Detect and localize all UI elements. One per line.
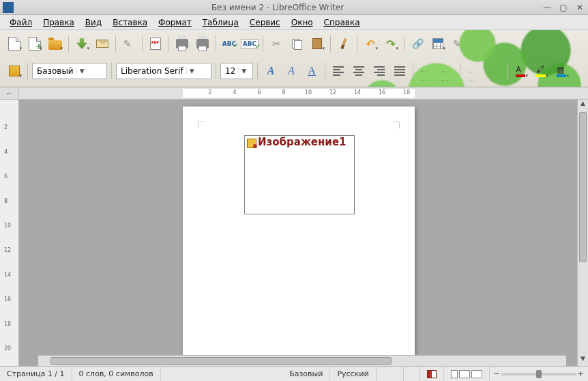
align-right-button[interactable] bbox=[370, 62, 388, 80]
status-language[interactable]: Русский bbox=[330, 367, 376, 381]
ruler-tick: 16 bbox=[379, 89, 385, 96]
status-page-style[interactable]: Базовый bbox=[282, 367, 330, 381]
edit-mode-button[interactable] bbox=[120, 35, 138, 53]
save-button[interactable] bbox=[73, 35, 91, 53]
zoom-slider[interactable] bbox=[501, 373, 576, 376]
font-color-button[interactable]: A bbox=[512, 62, 529, 80]
maximize-button[interactable]: ▢ bbox=[558, 2, 569, 13]
scrollbar-horizontal[interactable] bbox=[38, 355, 566, 366]
font-name-combo[interactable]: Liberation Serif ▼ bbox=[116, 63, 211, 79]
ruler-tick: 14 bbox=[4, 272, 11, 278]
status-wordcount[interactable]: 0 слов, 0 символов bbox=[72, 367, 161, 381]
scrollbar-thumb[interactable] bbox=[50, 357, 392, 365]
chevron-down-icon[interactable]: ▼ bbox=[186, 68, 197, 74]
indent-icon bbox=[488, 66, 499, 76]
scrollbar-vertical[interactable]: ▲ ▼ bbox=[577, 100, 588, 366]
page[interactable]: Изображение1 bbox=[183, 107, 415, 366]
menu-tools[interactable]: Сервис bbox=[244, 18, 286, 27]
margin-marker bbox=[393, 122, 400, 128]
view-multi-icon[interactable] bbox=[459, 370, 470, 378]
font-size-combo[interactable]: 12 ▼ bbox=[220, 63, 253, 79]
view-single-icon[interactable] bbox=[451, 370, 458, 378]
spellcheck-button[interactable]: ABC bbox=[220, 35, 238, 53]
status-view-layout[interactable] bbox=[444, 367, 490, 381]
styles-button[interactable] bbox=[5, 62, 23, 80]
menu-window[interactable]: Окно bbox=[286, 18, 319, 27]
ruler-tick: 18 bbox=[4, 321, 11, 327]
menu-help[interactable]: Справка bbox=[319, 18, 366, 27]
scrollbar-thumb[interactable] bbox=[579, 112, 587, 262]
auto-spellcheck-button[interactable]: ABC bbox=[241, 35, 259, 53]
highlight-button[interactable]: 🖍 bbox=[532, 62, 550, 80]
copy-button[interactable] bbox=[288, 35, 306, 53]
window-title: Без имени 2 - LibreOffice Writer bbox=[16, 3, 539, 12]
export-pdf-button[interactable] bbox=[147, 35, 164, 53]
zoom-out-button[interactable]: − bbox=[494, 369, 500, 378]
bullet-list-button[interactable] bbox=[438, 62, 456, 80]
document-canvas[interactable]: Изображение1 bbox=[19, 100, 577, 366]
paste-button[interactable] bbox=[308, 35, 326, 53]
redo-button[interactable]: ↷ bbox=[382, 35, 400, 53]
status-signature[interactable] bbox=[420, 367, 444, 381]
align-center-icon bbox=[353, 66, 364, 76]
underline-button[interactable]: A bbox=[303, 62, 321, 80]
show-draw-button[interactable] bbox=[450, 35, 467, 53]
status-selection-mode[interactable] bbox=[404, 367, 420, 381]
cut-button[interactable]: ✂ bbox=[267, 35, 285, 53]
table-icon bbox=[432, 38, 443, 49]
scroll-down-button[interactable]: ▼ bbox=[578, 355, 588, 366]
open-button[interactable] bbox=[46, 35, 64, 53]
format-paintbrush-button[interactable] bbox=[335, 35, 353, 53]
status-page[interactable]: Страница 1 / 1 bbox=[0, 367, 72, 381]
background-color-button[interactable]: ▦ bbox=[553, 62, 570, 80]
paint-bucket-icon: ▦ bbox=[557, 65, 566, 77]
menu-table[interactable]: Таблица bbox=[197, 18, 244, 27]
numbered-list-button[interactable] bbox=[417, 62, 435, 80]
print-button[interactable] bbox=[194, 35, 211, 53]
outdent-icon bbox=[468, 66, 479, 76]
align-left-button[interactable] bbox=[329, 62, 347, 80]
scroll-up-button[interactable]: ▲ bbox=[578, 100, 588, 111]
ruler-horizontal[interactable]: ⌐ 24681012141618 bbox=[0, 87, 588, 100]
font-size-value: 12 bbox=[225, 66, 235, 76]
ruler-tick: 6 bbox=[4, 173, 8, 180]
zoom-in-button[interactable]: + bbox=[578, 369, 584, 378]
insert-table-button[interactable] bbox=[429, 35, 447, 53]
separator bbox=[404, 36, 405, 52]
bold-button[interactable]: A bbox=[262, 62, 280, 80]
align-center-button[interactable] bbox=[350, 62, 368, 80]
undo-button[interactable]: ↶ bbox=[362, 35, 379, 53]
menu-view[interactable]: Вид bbox=[80, 18, 107, 27]
menu-format[interactable]: Формат bbox=[153, 18, 197, 27]
print-preview-button[interactable] bbox=[173, 35, 191, 53]
statusbar: Страница 1 / 1 0 слов, 0 символов Базовы… bbox=[0, 366, 588, 381]
menu-edit[interactable]: Правка bbox=[38, 18, 80, 27]
menubar: Файл Правка Вид Вставка Формат Таблица С… bbox=[0, 15, 588, 30]
italic-button[interactable]: A bbox=[282, 62, 300, 80]
chevron-down-icon[interactable]: ▼ bbox=[76, 68, 87, 74]
new-document-button[interactable] bbox=[5, 35, 23, 53]
close-button[interactable]: ✕ bbox=[574, 2, 585, 13]
ruler-tick: 10 bbox=[4, 223, 11, 229]
status-insert-mode[interactable] bbox=[377, 367, 404, 381]
draw-icon bbox=[453, 38, 464, 49]
view-book-icon[interactable] bbox=[471, 370, 482, 378]
increase-indent-button[interactable] bbox=[485, 62, 503, 80]
chevron-down-icon[interactable]: ▼ bbox=[238, 68, 249, 74]
status-zoom[interactable]: − + bbox=[490, 369, 588, 378]
decrease-indent-button[interactable] bbox=[465, 62, 482, 80]
image-frame[interactable]: Изображение1 bbox=[244, 135, 355, 214]
align-justify-button[interactable] bbox=[391, 62, 409, 80]
new-template-button[interactable] bbox=[26, 35, 44, 53]
separator bbox=[413, 63, 413, 79]
minimize-button[interactable]: — bbox=[542, 2, 553, 13]
menu-file[interactable]: Файл bbox=[4, 18, 38, 27]
separator bbox=[325, 63, 325, 79]
menu-insert[interactable]: Вставка bbox=[107, 18, 153, 27]
ruler-vertical[interactable]: 2468101214161820 bbox=[0, 100, 19, 366]
hyperlink-button[interactable]: 🔗 bbox=[409, 35, 426, 53]
email-button[interactable] bbox=[93, 35, 111, 53]
workarea: 2468101214161820 Изображение1 ▲ ▼ bbox=[0, 100, 588, 366]
ruler-tick: 4 bbox=[4, 149, 8, 155]
paragraph-style-combo[interactable]: Базовый ▼ bbox=[32, 63, 107, 79]
